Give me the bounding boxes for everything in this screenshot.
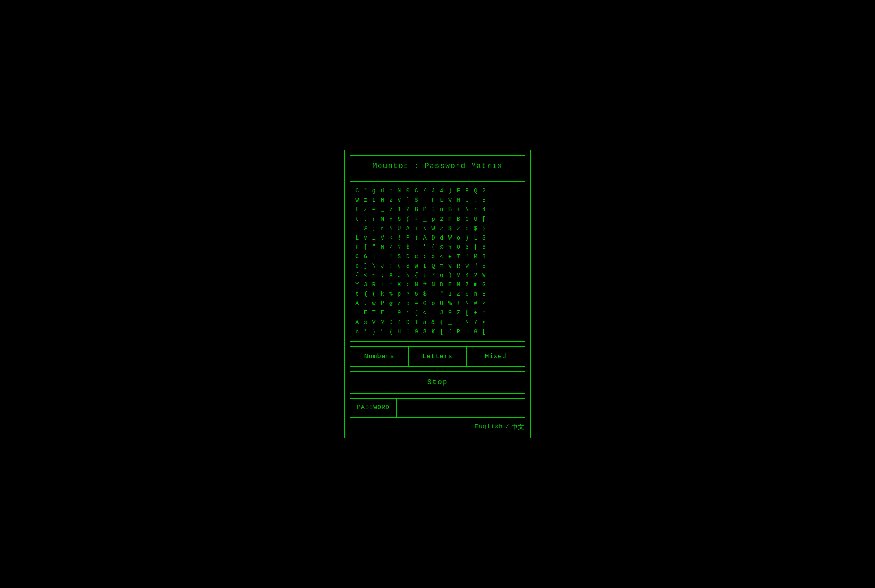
language-separator: / bbox=[505, 423, 509, 431]
numbers-button[interactable]: Numbers bbox=[350, 347, 409, 366]
matrix-display: C * g d q N 0 C / J 4 ) F F Q 2 W z L H … bbox=[355, 186, 520, 337]
app-container: Mountos : Password Matrix C * g d q N 0 … bbox=[344, 150, 531, 438]
title-bar: Mountos : Password Matrix bbox=[350, 155, 525, 176]
language-english[interactable]: English bbox=[475, 423, 503, 431]
matrix-area: C * g d q N 0 C / J 4 ) F F Q 2 W z L H … bbox=[350, 181, 525, 342]
language-row: English / 中文 bbox=[350, 422, 525, 433]
stop-button-container: Stop bbox=[350, 371, 525, 394]
password-row: PASSWORD bbox=[350, 398, 525, 418]
language-chinese[interactable]: 中文 bbox=[512, 423, 525, 431]
password-input[interactable] bbox=[397, 399, 525, 417]
mixed-button[interactable]: Mixed bbox=[467, 347, 525, 366]
letters-button[interactable]: Letters bbox=[409, 347, 467, 366]
password-label: PASSWORD bbox=[350, 399, 397, 417]
type-buttons-row: Numbers Letters Mixed bbox=[350, 346, 525, 367]
app-title: Mountos : Password Matrix bbox=[372, 162, 503, 170]
stop-button[interactable]: Stop bbox=[350, 372, 525, 393]
